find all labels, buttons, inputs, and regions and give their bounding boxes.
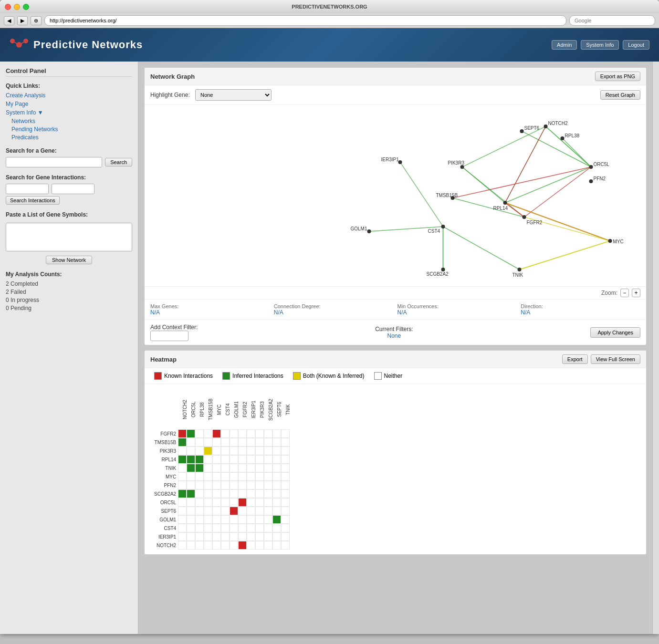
zoom-out-button[interactable]: − <box>620 289 629 297</box>
connection-degree-label: Connection Degree: <box>274 303 394 309</box>
heatmap-cell <box>178 498 187 507</box>
count-in-progress: 0 In progress <box>6 297 132 303</box>
sidebar-item-system-info[interactable]: System Info ▼ <box>6 109 132 116</box>
apply-changes-button[interactable]: Apply Changes <box>590 327 640 338</box>
heatmap-cell <box>281 464 290 472</box>
col-label: RPL38 <box>196 389 205 429</box>
export-png-button[interactable]: Export as PNG <box>595 72 640 81</box>
forward-btn[interactable]: ▶ <box>17 16 28 25</box>
heatmap-panel: Heatmap Export View Full Screen Known In… <box>144 350 647 555</box>
browser-search-input[interactable] <box>569 15 655 26</box>
heatmap-cell <box>264 447 272 455</box>
svg-text:FGFR2: FGFR2 <box>527 220 543 225</box>
quick-links-section: Quick Links: Create Analysis My Page Sys… <box>6 83 132 141</box>
heatmap-cell <box>281 532 290 541</box>
reset-graph-button[interactable]: Reset Graph <box>600 90 640 100</box>
both-interactions-icon <box>293 372 301 380</box>
interaction-input-1[interactable] <box>6 184 49 194</box>
zoom-in-button[interactable]: + <box>632 289 640 297</box>
svg-line-21 <box>505 203 610 241</box>
matrix-row <box>178 481 291 489</box>
search-interactions-button[interactable]: Search Interactions <box>6 196 60 205</box>
heatmap-cell <box>238 464 247 472</box>
heatmap-cell <box>247 429 255 438</box>
heatmap-cell <box>238 447 247 455</box>
app-logo: Predictive Networks <box>10 35 143 54</box>
heatmap-cell <box>204 498 212 507</box>
direction-label: Direction: <box>521 303 640 309</box>
sidebar-item-pending-networks[interactable]: Pending Networks <box>6 126 132 133</box>
heatmap-cell <box>230 541 238 550</box>
heatmap-cell <box>212 489 221 498</box>
svg-point-36 <box>589 165 593 169</box>
heatmap-cell <box>187 429 195 438</box>
highlight-gene-select[interactable]: None <box>195 89 272 101</box>
logout-btn[interactable]: Logout <box>623 40 649 50</box>
maximize-btn[interactable] <box>23 4 29 10</box>
heatmap-cell <box>230 507 238 515</box>
heatmap-cell <box>272 481 281 489</box>
quick-links-label: Quick Links: <box>6 83 132 89</box>
heatmap-cell <box>238 507 247 515</box>
url-input[interactable] <box>44 15 566 26</box>
row-label: GOLM1 <box>154 515 178 524</box>
heatmap-cell <box>238 438 247 447</box>
heatmap-content: FGFR2 TMSB15B PIK3R3 RPL14 TNIK MYC PFN2… <box>145 384 646 554</box>
matrix-row <box>178 447 291 455</box>
show-network-button[interactable]: Show Network <box>46 256 92 264</box>
sidebar-item-predicates[interactable]: Predicates <box>6 134 132 141</box>
heatmap-cell <box>255 532 264 541</box>
gene-symbols-textarea[interactable] <box>6 223 132 251</box>
sidebar-item-create-analysis[interactable]: Create Analysis <box>6 92 132 99</box>
heatmap-cell <box>272 498 281 507</box>
heatmap-cell <box>212 515 221 524</box>
close-btn[interactable] <box>5 4 11 10</box>
matrix-row <box>178 464 291 472</box>
heatmap-cell <box>230 455 238 464</box>
admin-btn[interactable]: Admin <box>552 40 577 50</box>
refresh-btn[interactable]: ⊕ <box>31 16 42 25</box>
heatmap-title: Heatmap <box>150 356 177 363</box>
heatmap-cell <box>264 515 272 524</box>
heatmap-cell <box>272 447 281 455</box>
heatmap-cell <box>230 481 238 489</box>
search-gene-button[interactable]: Search <box>105 158 132 166</box>
row-label: FGFR2 <box>154 429 178 438</box>
heatmap-cell <box>221 498 230 507</box>
heatmap-cell <box>221 515 230 524</box>
heatmap-cell <box>178 438 187 447</box>
heatmap-cell <box>178 455 187 464</box>
heatmap-cell <box>272 464 281 472</box>
heatmap-export-button[interactable]: Export <box>562 354 588 364</box>
heatmap-cell <box>247 524 255 532</box>
row-label: PIK3R3 <box>154 447 178 455</box>
col-label: ORC5L <box>188 389 196 429</box>
minimize-btn[interactable] <box>14 4 20 10</box>
heatmap-cell <box>281 498 290 507</box>
heatmap-cell <box>204 429 212 438</box>
window-controls <box>5 4 29 10</box>
sidebar-item-networks[interactable]: Networks <box>6 118 132 125</box>
sidebar-item-my-page[interactable]: My Page <box>6 101 132 107</box>
matrix-row <box>178 489 291 498</box>
legend-both: Both (Known & Inferred) <box>293 372 365 380</box>
heatmap-cell <box>221 464 230 472</box>
view-fullscreen-button[interactable]: View Full Screen <box>591 354 640 364</box>
svg-point-52 <box>441 268 445 271</box>
gene-search-input[interactable] <box>6 157 102 167</box>
interaction-input-2[interactable] <box>52 184 94 194</box>
svg-line-7 <box>505 167 591 203</box>
svg-point-38 <box>589 179 593 183</box>
back-btn[interactable]: ◀ <box>4 16 14 25</box>
add-context-filter: Add Context Filter: <box>150 324 198 341</box>
heatmap-cell <box>281 455 290 464</box>
heatmap-cell <box>212 464 221 472</box>
svg-line-17 <box>505 203 524 217</box>
scrollbar[interactable] <box>652 62 659 634</box>
heatmap-cell <box>255 541 264 550</box>
context-filter-input[interactable] <box>150 331 188 341</box>
heatmap-cell <box>281 429 290 438</box>
zoom-label: Zoom: <box>601 290 617 296</box>
system-info-btn[interactable]: System Info <box>581 40 619 50</box>
heatmap-cell <box>281 507 290 515</box>
